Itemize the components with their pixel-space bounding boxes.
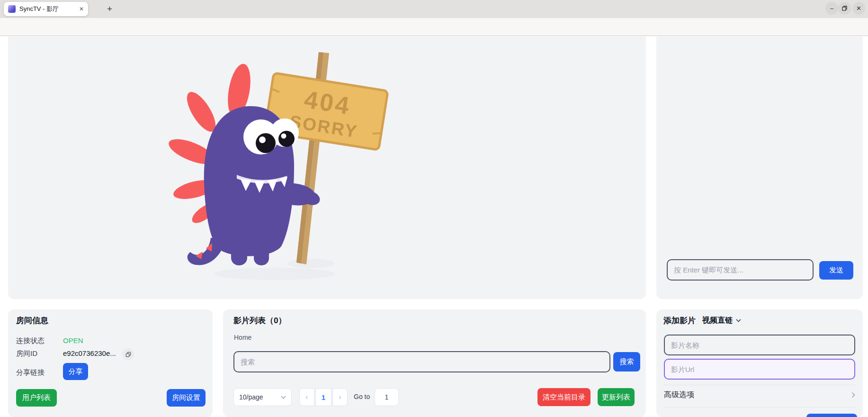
player-404-panel: 404 SORRY xyxy=(8,36,646,299)
pager-prev-button[interactable]: ‹ xyxy=(299,388,314,406)
share-label: 分享链接 xyxy=(16,368,45,377)
advanced-options-row[interactable]: 高级选项 xyxy=(664,390,855,400)
restore-icon xyxy=(842,6,847,11)
breadcrumb-home[interactable]: Home xyxy=(234,334,251,341)
pager-current-page[interactable]: 1 xyxy=(315,388,331,406)
window-restore-button[interactable] xyxy=(838,2,851,15)
pager-next-button[interactable]: › xyxy=(332,388,348,406)
refresh-list-button[interactable]: 更新列表 xyxy=(598,388,635,406)
source-type-dropdown[interactable]: 视频直链 xyxy=(702,316,741,326)
pager: ‹ 1 › xyxy=(299,388,348,406)
advanced-options-label: 高级选项 xyxy=(664,390,694,400)
status-label: 连接状态 xyxy=(16,336,45,345)
share-button[interactable]: 分享 xyxy=(63,363,88,380)
browser-tab[interactable]: SyncTV - 影厅 ✕ xyxy=(4,2,88,16)
chevron-down-icon xyxy=(281,396,286,399)
room-info-panel: 房间信息 连接状态 OPEN 房间ID e92c0736230e... 分享链接… xyxy=(8,309,213,417)
movie-url-input[interactable] xyxy=(664,359,855,380)
tab-close-icon[interactable]: ✕ xyxy=(79,6,84,12)
tab-title: SyncTV - 影厅 xyxy=(19,5,75,13)
404-monster-illustration: 404 SORRY xyxy=(168,42,391,281)
status-value: OPEN xyxy=(63,336,83,344)
user-list-button[interactable]: 用户列表 xyxy=(16,389,57,407)
window-close-button[interactable]: ✕ xyxy=(852,2,865,15)
add-movie-title: 添加影片 xyxy=(663,315,696,326)
goto-page-input[interactable] xyxy=(375,388,399,406)
movie-search-button[interactable]: 搜索 xyxy=(613,352,640,372)
page-body: 404 SORRY xyxy=(0,36,868,417)
browser-titlebar: SyncTV - 影厅 ✕ + – ✕ xyxy=(0,0,868,18)
synctv-favicon xyxy=(8,5,16,13)
chat-send-button[interactable]: 发送 xyxy=(819,261,853,280)
add-movie-panel: 添加影片 视频直链 高级选项 xyxy=(656,309,863,417)
movie-list-panel: 影片列表（0） Home 搜索 10/page ‹ 1 › Go to 清空当前… xyxy=(223,309,646,417)
movie-list-title: 影片列表（0） xyxy=(233,315,286,326)
copy-icon xyxy=(125,352,131,357)
chat-panel: 发送 xyxy=(656,36,863,299)
goto-label: Go to xyxy=(354,393,370,400)
movie-search-input[interactable] xyxy=(233,351,610,372)
chevron-right-icon xyxy=(851,392,855,398)
room-id-label: 房间ID xyxy=(16,349,37,358)
copy-room-id-button[interactable] xyxy=(122,348,134,360)
movie-name-input[interactable] xyxy=(664,335,855,355)
page-size-select[interactable]: 10/page xyxy=(233,388,292,406)
window-minimize-button[interactable]: – xyxy=(825,2,838,15)
browser-toolbar: ← → ⟳ localhost:8280/web/cinema/e92c0736… xyxy=(0,18,868,36)
room-id-value: e92c0736230e... xyxy=(63,349,116,357)
room-settings-button[interactable]: 房间设置 xyxy=(167,389,206,407)
room-info-title: 房间信息 xyxy=(16,315,48,326)
chevron-down-icon xyxy=(736,319,741,322)
clear-directory-button[interactable]: 清空当前目录 xyxy=(537,388,591,406)
chat-message-input[interactable] xyxy=(667,259,814,281)
add-movie-submit-button[interactable] xyxy=(806,414,857,417)
new-tab-button[interactable]: + xyxy=(107,2,112,16)
